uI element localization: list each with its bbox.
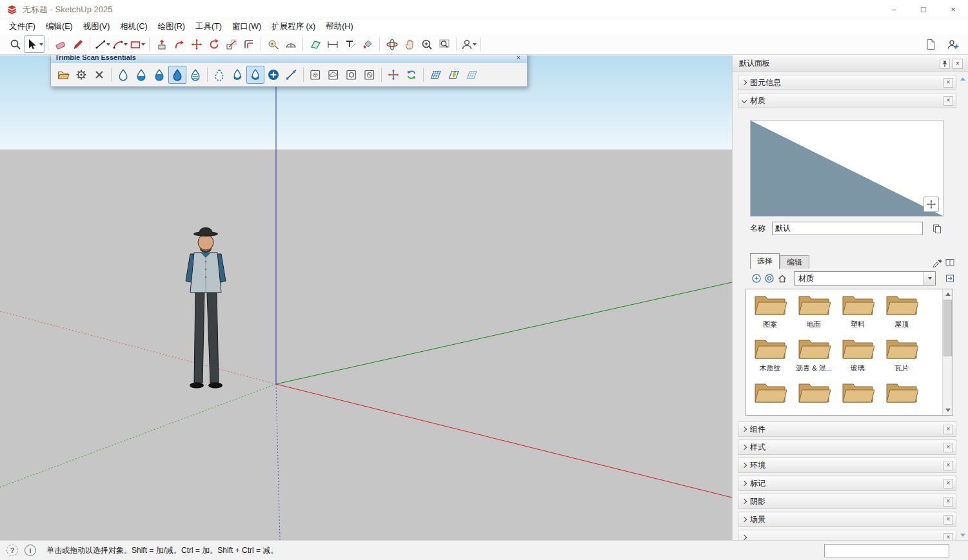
line-tool-button[interactable] [94, 35, 111, 53]
menu-edit[interactable]: 编辑(E) [41, 20, 78, 34]
tray-close-button[interactable]: × [953, 59, 963, 69]
list-scrollbar[interactable] [942, 289, 953, 415]
rotate-tool-button[interactable] [205, 35, 222, 53]
scan-redo-clip-button[interactable] [246, 66, 264, 84]
scan-toolbar-titlebar[interactable]: Trimble Scan Essentials × [51, 55, 527, 63]
add-collaborator-button[interactable] [944, 35, 962, 53]
section-scenes[interactable]: 场景 × [738, 512, 956, 527]
scan-density-medium-button[interactable] [150, 66, 168, 84]
measurement-input[interactable] [824, 544, 949, 557]
collection-dropdown[interactable]: 材质 [794, 271, 936, 285]
section-close-button[interactable]: × [943, 479, 953, 488]
sample-paint-button[interactable] [931, 256, 943, 269]
tray-scrollbar[interactable] [958, 75, 967, 539]
trimble-scan-essentials-toolbar[interactable]: Trimble Scan Essentials × [50, 55, 528, 87]
menu-view[interactable]: 视图(V) [78, 20, 115, 34]
menu-window[interactable]: 窗口(W) [227, 20, 266, 34]
material-folder[interactable] [880, 380, 924, 416]
section-components[interactable]: 组件 × [738, 421, 956, 437]
scrollbar-thumb[interactable] [943, 300, 952, 356]
material-folder[interactable]: 图案 [748, 292, 792, 336]
scan-grid-plane-button[interactable] [426, 66, 444, 84]
search-tool-button[interactable] [6, 35, 24, 53]
push-pull-tool-button[interactable] [153, 35, 170, 53]
tab-select[interactable]: 选择 [750, 253, 780, 269]
tray-scroll-down-button[interactable] [958, 531, 967, 539]
section-close-button[interactable]: × [943, 461, 953, 470]
material-folder[interactable]: 地面 [792, 292, 836, 336]
material-collections-list[interactable]: 图案 地面 塑料 屋顶 木质纹 沥青 & 混... 玻璃 瓦片 [746, 289, 953, 416]
in-model-button[interactable] [776, 272, 789, 285]
section-close-button[interactable]: × [943, 515, 953, 525]
duplicate-material-button[interactable] [931, 222, 943, 235]
material-preview[interactable] [750, 120, 943, 217]
menu-draw[interactable]: 绘图(R) [153, 20, 190, 34]
protractor-tool-button[interactable] [282, 35, 299, 53]
section-close-button[interactable]: × [943, 443, 953, 452]
section-close-button[interactable]: × [943, 533, 953, 541]
tray-scroll-up-button[interactable] [958, 75, 967, 82]
scan-grid-light-button[interactable] [462, 66, 480, 84]
help-tips-icon[interactable]: ? [6, 545, 18, 556]
material-drag-button[interactable] [924, 197, 939, 212]
minimize-button[interactable]: – [879, 0, 909, 19]
scale-tool-button[interactable] [222, 35, 240, 53]
scan-density-full-button[interactable] [168, 66, 186, 84]
arc-tool-button[interactable] [111, 35, 128, 53]
section-environment[interactable]: 环境 × [738, 458, 956, 473]
eraser-tool-button[interactable] [52, 35, 69, 53]
dimension-tool-button[interactable] [324, 35, 341, 53]
material-folder[interactable]: 沥青 & 混... [792, 336, 836, 380]
scan-clip-button[interactable] [210, 66, 228, 84]
info-icon[interactable]: i [25, 545, 36, 556]
move-tool-button[interactable] [188, 35, 205, 53]
section-entity-info[interactable]: 图元信息 × [738, 75, 956, 90]
material-name-input[interactable] [772, 222, 923, 235]
section-tags[interactable]: 标记 × [738, 476, 956, 491]
scroll-up-button[interactable] [943, 289, 953, 299]
material-folder[interactable]: 塑料 [836, 292, 880, 336]
section-close-button[interactable]: × [943, 78, 953, 88]
tab-edit[interactable]: 编辑 [780, 255, 809, 269]
tray-pin-button[interactable] [940, 59, 950, 69]
menu-tools[interactable]: 工具(T) [190, 20, 227, 34]
pan-tool-button[interactable] [400, 35, 418, 53]
material-folder[interactable] [792, 380, 836, 416]
new-document-button[interactable] [922, 35, 939, 53]
scan-open-folder-button[interactable] [54, 66, 72, 84]
dropdown-caret-button[interactable] [924, 272, 935, 285]
create-material-button[interactable] [750, 272, 763, 285]
section-shadows[interactable]: 阴影 × [738, 494, 956, 509]
material-folder[interactable]: 木质纹 [748, 336, 792, 380]
section-partial-clipped[interactable]: × [738, 530, 956, 540]
scan-settings-button[interactable] [72, 66, 90, 84]
orbit-tool-button[interactable] [383, 35, 400, 53]
section-close-button[interactable]: × [943, 425, 953, 434]
material-folder[interactable] [748, 380, 792, 416]
scan-density-low-button[interactable] [132, 66, 150, 84]
account-button[interactable] [460, 35, 477, 53]
zoom-extents-tool-button[interactable] [435, 35, 453, 53]
section-materials[interactable]: 材质 × [738, 93, 956, 108]
scan-polyline-button[interactable] [282, 66, 301, 84]
menu-help[interactable]: 帮助(H) [321, 20, 358, 34]
offset-tool-button[interactable] [240, 35, 257, 53]
section-close-button[interactable]: × [943, 497, 953, 507]
material-folder[interactable]: 瓦片 [880, 336, 924, 380]
material-folder[interactable] [836, 380, 880, 416]
scan-grid-auto-button[interactable] [444, 66, 462, 84]
section-styles[interactable]: 样式 × [738, 439, 956, 455]
text-tool-button[interactable] [341, 35, 359, 53]
material-folder[interactable]: 玻璃 [836, 336, 880, 380]
menu-file[interactable]: 文件(F) [4, 20, 41, 34]
scan-rotate-cloud-button[interactable] [402, 66, 420, 84]
scan-add-point-button[interactable] [264, 66, 282, 84]
follow-me-tool-button[interactable] [170, 35, 188, 53]
zoom-tool-button[interactable] [418, 35, 435, 53]
viewport-canvas[interactable]: Trimble Scan Essentials × [0, 55, 732, 540]
scan-density-none-button[interactable] [114, 66, 132, 84]
scan-move-cloud-button[interactable] [384, 66, 402, 84]
scan-structure-mode-button[interactable] [342, 66, 361, 84]
scan-hide-mode-button[interactable] [361, 66, 379, 84]
select-dropdown-caret[interactable] [39, 43, 43, 46]
